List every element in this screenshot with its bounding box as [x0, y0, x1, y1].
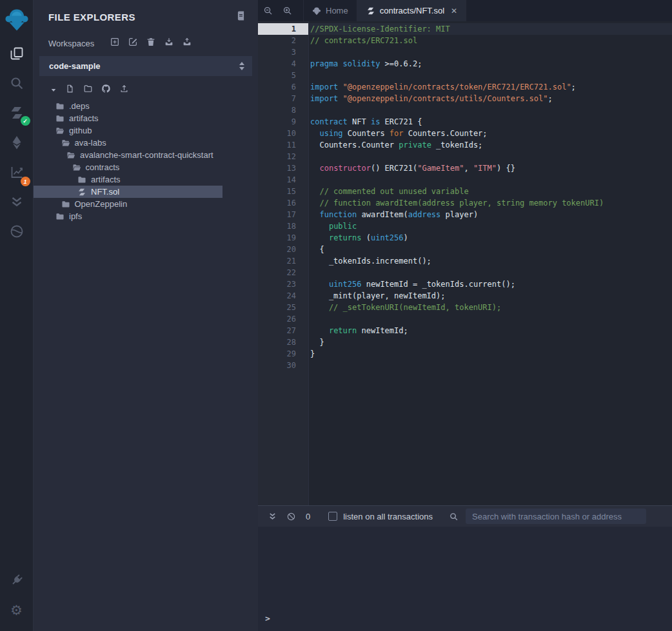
code-text: // contracts/ERC721.sol: [308, 35, 417, 46]
search-icon[interactable]: [5, 72, 28, 95]
new-file-icon[interactable]: [65, 84, 75, 96]
rename-workspace-icon[interactable]: [128, 37, 138, 50]
line-number: 29: [258, 348, 308, 360]
code-line[interactable]: 6import "@openzeppelin/contracts/token/E…: [258, 81, 672, 93]
code-line[interactable]: 2// contracts/ERC721.sol: [258, 35, 672, 46]
code-line[interactable]: 26: [258, 313, 672, 325]
code-line[interactable]: 15 // commented out unused variable: [258, 186, 672, 197]
tree-item-label: github: [69, 126, 92, 135]
code-line[interactable]: 25 // _setTokenURI(newItemId, tokenURI);: [258, 302, 672, 313]
line-number: 26: [258, 313, 308, 325]
terminal-output[interactable]: >: [258, 527, 672, 631]
caret-down-icon[interactable]: [50, 84, 57, 96]
code-line[interactable]: 21 _tokenIds.increment();: [258, 255, 672, 267]
code-line[interactable]: 5: [258, 70, 672, 81]
code-text: [308, 70, 310, 81]
tree-item-github[interactable]: github: [34, 124, 222, 137]
file-explorer-icon[interactable]: [5, 42, 28, 65]
code-text: [308, 104, 310, 116]
tab-home[interactable]: Home: [303, 0, 357, 21]
code-line[interactable]: 30: [258, 360, 672, 371]
workspace-select[interactable]: code-sample: [39, 56, 252, 76]
line-number: 19: [258, 232, 308, 244]
code-line[interactable]: 18 public: [258, 220, 672, 232]
settings-icon[interactable]: ⚙: [5, 598, 28, 621]
clear-terminal-icon[interactable]: [286, 512, 296, 521]
tree-item-artifacts[interactable]: artifacts: [34, 112, 222, 124]
code-line[interactable]: 22: [258, 267, 672, 278]
unit-testing-icon[interactable]: [5, 190, 28, 213]
code-line[interactable]: 12: [258, 151, 672, 162]
code-line[interactable]: 28 }: [258, 336, 672, 348]
create-workspace-icon[interactable]: [110, 37, 120, 50]
code-text: Counters.Counter private _tokenIds;: [308, 139, 482, 151]
code-line[interactable]: 8: [258, 104, 672, 116]
close-tab-icon[interactable]: ✕: [451, 6, 457, 15]
plugin-icon[interactable]: [5, 220, 28, 243]
code-line[interactable]: 24 _mint(player, newItemId);: [258, 290, 672, 302]
tree-item-avalanche-smart-contract-quickstart[interactable]: avalanche-smart-contract-quickstart: [34, 149, 222, 161]
code-line[interactable]: 14: [258, 174, 672, 186]
tree-item-label: ava-labs: [75, 138, 106, 148]
line-number: 21: [258, 255, 308, 267]
folder-open-icon: [66, 151, 75, 160]
code-line[interactable]: 11 Counters.Counter private _tokenIds;: [258, 139, 672, 151]
book-icon[interactable]: [235, 10, 246, 24]
code-text: public: [308, 220, 357, 232]
code-line[interactable]: 27 return newItemId;: [258, 325, 672, 336]
delete-workspace-icon[interactable]: [146, 37, 156, 50]
tree-item-nft-sol[interactable]: NFT.sol: [34, 186, 222, 198]
tree-item-ava-labs[interactable]: ava-labs: [34, 137, 222, 149]
code-line[interactable]: 7import "@openzeppelin/contracts/utils/C…: [258, 93, 672, 104]
code-line[interactable]: 13 constructor() ERC721("GameItem", "ITM…: [258, 162, 672, 174]
code-text: import "@openzeppelin/contracts/token/ER…: [308, 81, 576, 93]
code-text: }: [308, 348, 315, 360]
tree-item-ipfs[interactable]: ipfs: [34, 210, 222, 222]
code-line[interactable]: 9contract NFT is ERC721 {: [258, 116, 672, 128]
code-text: returns (uint256): [308, 232, 408, 244]
solidity-compiler-icon[interactable]: ✓: [5, 101, 28, 124]
code-line[interactable]: 1//SPDX-License-Identifier: MIT: [258, 23, 672, 35]
statistics-icon[interactable]: 1: [5, 160, 28, 184]
code-editor[interactable]: 1//SPDX-License-Identifier: MIT2// contr…: [258, 21, 672, 505]
plugin-manager-icon[interactable]: [5, 568, 28, 592]
code-line[interactable]: 4pragma solidity >=0.6.2;: [258, 58, 672, 70]
expand-terminal-icon[interactable]: [268, 512, 277, 521]
zoom-in-icon[interactable]: [277, 0, 297, 21]
code-text: function awardItem(address player): [308, 209, 478, 220]
deploy-run-icon[interactable]: [5, 131, 28, 154]
tree-item-openzeppelin[interactable]: OpenZeppelin: [34, 198, 222, 210]
gear-icon: ⚙: [10, 603, 23, 617]
code-line[interactable]: 23 uint256 newItemId = _tokenIds.current…: [258, 278, 672, 290]
tab-label: contracts/NFT.sol: [380, 6, 444, 15]
restore-workspaces-icon[interactable]: [182, 37, 192, 50]
new-folder-icon[interactable]: [83, 84, 93, 96]
code-line[interactable]: 3: [258, 46, 672, 58]
terminal-search-input[interactable]: [466, 509, 646, 524]
listen-transactions-checkbox[interactable]: [328, 512, 337, 521]
tree-item-contracts[interactable]: contracts: [34, 161, 222, 173]
tab-contracts-nft-sol[interactable]: contracts/NFT.sol ✕: [357, 0, 466, 21]
line-number: 5: [258, 70, 308, 81]
download-workspaces-icon[interactable]: [164, 37, 174, 50]
workspace-selected-value: code-sample: [49, 61, 100, 71]
editor-tabbar: Home contracts/NFT.sol ✕: [258, 0, 672, 21]
line-number: 13: [258, 162, 308, 174]
file-explorers-panel: FILE EXPLORERS Workspaces code-sample .d…: [34, 0, 258, 631]
code-line[interactable]: 29}: [258, 348, 672, 360]
code-text: _mint(player, newItemId);: [308, 290, 446, 302]
tree-item-artifacts[interactable]: artifacts: [34, 173, 222, 186]
tree-item--deps[interactable]: .deps: [34, 100, 222, 112]
code-line[interactable]: 20 {: [258, 244, 672, 255]
line-number: 22: [258, 267, 308, 278]
code-text: // commented out unused variable: [308, 186, 469, 197]
code-text: contract NFT is ERC721 {: [308, 116, 422, 128]
upload-file-icon[interactable]: [119, 84, 129, 96]
remix-logo[interactable]: [3, 5, 30, 34]
code-line[interactable]: 10 using Counters for Counters.Counter;: [258, 128, 672, 139]
code-line[interactable]: 16 // function awardItem(address player,…: [258, 197, 672, 209]
code-line[interactable]: 19 returns (uint256): [258, 232, 672, 244]
code-line[interactable]: 17 function awardItem(address player): [258, 209, 672, 220]
zoom-out-icon[interactable]: [258, 0, 277, 21]
github-icon[interactable]: [101, 84, 111, 96]
